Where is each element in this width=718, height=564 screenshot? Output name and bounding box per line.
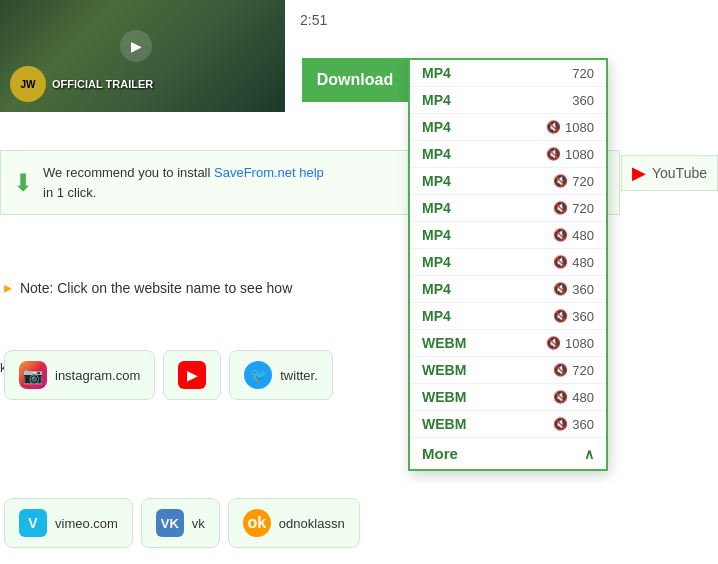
youtube-badge: ▶ YouTube (621, 155, 718, 191)
muted-icon-10: 🔇 (546, 336, 561, 350)
official-trailer-label: OFFICIAL TRAILER (52, 78, 153, 90)
dropdown-item-2[interactable]: MP4🔇1080 (410, 114, 606, 141)
item-quality-8: 🔇360 (553, 282, 594, 297)
item-format-3: MP4 (422, 146, 472, 162)
item-quality-6: 🔇480 (553, 228, 594, 243)
muted-icon-11: 🔇 (553, 363, 568, 377)
vk-label: vk (192, 516, 205, 531)
item-format-8: MP4 (422, 281, 472, 297)
note-text: ▸ Note: Click on the website name to see… (4, 278, 404, 297)
recommend-text-2: in 1 click. (43, 185, 96, 200)
muted-icon-5: 🔇 (553, 201, 568, 215)
vk-item[interactable]: VK vk (141, 498, 220, 548)
item-quality-4: 🔇720 (553, 174, 594, 189)
youtube-item[interactable]: ▶ (163, 350, 221, 400)
item-format-12: WEBM (422, 389, 472, 405)
item-quality-7: 🔇480 (553, 255, 594, 270)
item-quality-3: 🔇1080 (546, 147, 594, 162)
download-icon: ⬇ (13, 169, 33, 197)
chevron-up-icon: ∧ (584, 446, 594, 462)
youtube-icon: ▶ (632, 162, 646, 184)
twitter-icon: 🐦 (244, 361, 272, 389)
muted-icon-13: 🔇 (553, 417, 568, 431)
jurassic-logo: JW (10, 66, 46, 102)
muted-icon-4: 🔇 (553, 174, 568, 188)
item-format-0: MP4 (422, 65, 472, 81)
website-grid-row1: 📷 instagram.com ▶ 🐦 twitter. (0, 350, 718, 400)
play-button[interactable]: ▶ (120, 30, 152, 62)
muted-icon-6: 🔇 (553, 228, 568, 242)
dropdown-item-0[interactable]: MP4720 (410, 60, 606, 87)
item-format-1: MP4 (422, 92, 472, 108)
youtube-site-icon: ▶ (178, 361, 206, 389)
muted-icon-12: 🔇 (553, 390, 568, 404)
item-format-10: WEBM (422, 335, 472, 351)
item-quality-13: 🔇360 (553, 417, 594, 432)
dropdown-item-6[interactable]: MP4🔇480 (410, 222, 606, 249)
item-format-7: MP4 (422, 254, 472, 270)
vimeo-item[interactable]: V vimeo.com (4, 498, 133, 548)
format-dropdown: MP4720MP4360MP4🔇1080MP4🔇1080MP4🔇720MP4🔇7… (408, 58, 608, 471)
more-button[interactable]: More∧ (410, 438, 606, 469)
savefrom-link[interactable]: SaveFrom.net help (214, 165, 324, 180)
item-quality-11: 🔇720 (553, 363, 594, 378)
muted-icon-2: 🔇 (546, 120, 561, 134)
twitter-label: twitter. (280, 368, 318, 383)
item-quality-5: 🔇720 (553, 201, 594, 216)
video-duration: 2:51 (300, 12, 327, 28)
vk-icon: VK (156, 509, 184, 537)
ok-icon: ok (243, 509, 271, 537)
item-quality-12: 🔇480 (553, 390, 594, 405)
dropdown-item-13[interactable]: WEBM🔇360 (410, 411, 606, 438)
instagram-icon: 📷 (19, 361, 47, 389)
dropdown-item-5[interactable]: MP4🔇720 (410, 195, 606, 222)
vimeo-label: vimeo.com (55, 516, 118, 531)
dropdown-item-3[interactable]: MP4🔇1080 (410, 141, 606, 168)
instagram-label: instagram.com (55, 368, 140, 383)
muted-icon-3: 🔇 (546, 147, 561, 161)
muted-icon-7: 🔇 (553, 255, 568, 269)
more-label: More (422, 445, 458, 462)
instagram-item[interactable]: 📷 instagram.com (4, 350, 155, 400)
item-format-13: WEBM (422, 416, 472, 432)
website-grid-row2: V vimeo.com VK vk ok odnoklassn (0, 498, 718, 548)
dropdown-item-12[interactable]: WEBM🔇480 (410, 384, 606, 411)
item-quality-9: 🔇360 (553, 309, 594, 324)
dropdown-item-8[interactable]: MP4🔇360 (410, 276, 606, 303)
thumbnail-overlay: JW OFFICIAL TRAILER (10, 66, 153, 102)
dropdown-item-7[interactable]: MP4🔇480 (410, 249, 606, 276)
twitter-item[interactable]: 🐦 twitter. (229, 350, 333, 400)
dropdown-item-11[interactable]: WEBM🔇720 (410, 357, 606, 384)
youtube-label: YouTube (652, 165, 707, 181)
item-quality-1: 360 (572, 93, 594, 108)
recommend-text-1: We recommend you to install (43, 165, 214, 180)
dropdown-item-1[interactable]: MP4360 (410, 87, 606, 114)
item-quality-10: 🔇1080 (546, 336, 594, 351)
item-format-2: MP4 (422, 119, 472, 135)
video-thumbnail[interactable]: ▶ JW OFFICIAL TRAILER (0, 0, 285, 112)
item-quality-2: 🔇1080 (546, 120, 594, 135)
recommendation-text: We recommend you to install SaveFrom.net… (43, 163, 324, 202)
muted-icon-8: 🔇 (553, 282, 568, 296)
ok-label: odnoklassn (279, 516, 345, 531)
item-format-4: MP4 (422, 173, 472, 189)
note-content: Note: Click on the website name to see h… (20, 280, 292, 296)
dropdown-item-9[interactable]: MP4🔇360 (410, 303, 606, 330)
item-quality-0: 720 (572, 66, 594, 81)
download-button[interactable]: Download (302, 58, 408, 102)
item-format-11: WEBM (422, 362, 472, 378)
ok-item[interactable]: ok odnoklassn (228, 498, 360, 548)
vimeo-icon: V (19, 509, 47, 537)
dropdown-item-10[interactable]: WEBM🔇1080 (410, 330, 606, 357)
item-format-9: MP4 (422, 308, 472, 324)
muted-icon-9: 🔇 (553, 309, 568, 323)
note-arrow-icon: ▸ (4, 279, 12, 296)
item-format-5: MP4 (422, 200, 472, 216)
item-format-6: MP4 (422, 227, 472, 243)
dropdown-item-4[interactable]: MP4🔇720 (410, 168, 606, 195)
